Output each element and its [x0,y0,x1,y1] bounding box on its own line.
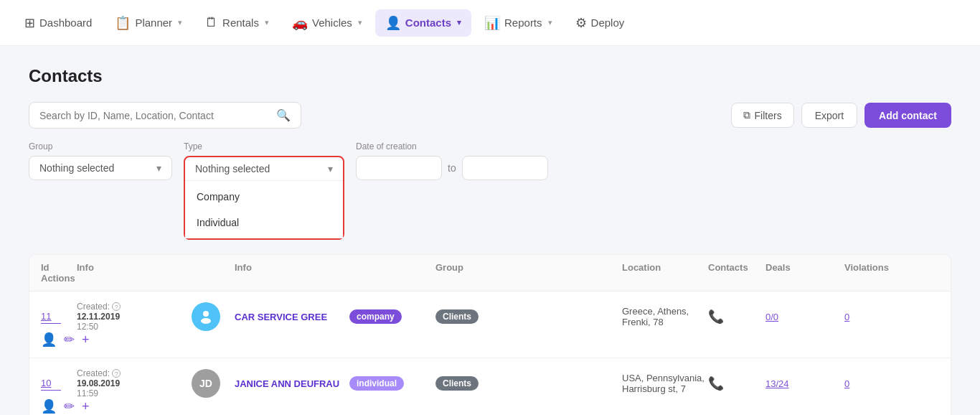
type-dropdown-options: Company Individual [185,181,343,238]
type-badge: company [349,309,402,324]
planner-icon: 📋 [115,15,131,31]
svg-point-0 [203,311,209,317]
contacts-icon: 👤 [385,15,401,31]
chevron-down-icon: ▾ [358,18,362,27]
col-actions: Actions [41,273,77,284]
row-avatar-cell [192,302,235,331]
col-deals: Deals [765,262,844,273]
search-input[interactable] [39,110,276,121]
col-location: Location [622,262,708,273]
type-dropdown[interactable]: Nothing selected ▾ Company Individual [184,156,344,240]
type-filter-label: Type [184,141,344,151]
col-id: Id [41,262,77,273]
navbar: ⊞ Dashboard 📋 Planner ▾ 🗒 Rentals ▾ 🚗 Ve… [0,0,980,46]
row-id[interactable]: 11 [41,310,77,324]
table-header: Id Info Info Group Location Contacts Dea… [29,255,951,292]
nav-deploy[interactable]: ⚙ Deploy [565,9,635,37]
type-option-individual[interactable]: Individual [185,210,343,236]
nav-reports-label: Reports [504,17,542,29]
vehicles-icon: 🚗 [292,15,308,31]
chevron-down-icon: ▾ [548,18,552,27]
deploy-icon: ⚙ [575,15,587,31]
row-type-cell: individual [349,376,435,391]
chevron-down-icon: ▾ [328,163,333,174]
page-content: Contacts 🔍 ⧉ Filters Export Add contact … [0,46,980,415]
created-label: Created: ? [77,302,121,312]
col-contacts: Contacts [708,262,765,273]
contacts-table: Id Info Info Group Location Contacts Dea… [29,254,951,415]
row-actions: 👤 ✏ + [41,332,77,348]
violations-value[interactable]: 0 [844,312,930,322]
chevron-down-icon: ▾ [156,162,161,174]
view-icon[interactable]: 👤 [41,332,57,348]
nav-vehicles[interactable]: 🚗 Vehicles ▾ [282,9,372,37]
add-contact-button[interactable]: Add contact [864,103,951,128]
view-icon[interactable]: 👤 [41,398,57,414]
svg-point-1 [201,318,211,324]
dashboard-icon: ⊞ [24,15,35,31]
nav-planner[interactable]: 📋 Planner ▾ [105,9,192,37]
created-time: 11:59 [77,388,98,398]
row-avatar-cell: JD [192,369,235,398]
chevron-down-icon: ▾ [457,18,461,27]
contact-id[interactable]: 10 [41,378,51,388]
row-group-cell: Clients [435,309,622,324]
top-actions: ⧉ Filters Export Add contact [731,103,951,128]
type-option-company[interactable]: Company [185,184,343,210]
col-type [349,262,435,273]
col-violations: Violations [844,262,930,273]
avatar: JD [192,369,220,398]
nav-contacts[interactable]: 👤 Contacts ▾ [375,9,471,37]
page-title: Contacts [29,66,951,86]
nav-dashboard-label: Dashboard [39,17,92,29]
top-bar: 🔍 ⧉ Filters Export Add contact [29,102,951,129]
nav-rentals[interactable]: 🗒 Rentals ▾ [195,9,279,36]
export-button[interactable]: Export [801,103,857,128]
group-badge: Clients [435,376,479,391]
date-from-input[interactable] [356,156,442,180]
row-location: USA, Pennsylvania, Harrisburg st, 7 [622,373,708,394]
row-name-cell: CAR SERVICE GREE [235,311,349,322]
created-info: Created: ? 19.08.2019 11:59 [77,368,192,398]
search-icon: 🔍 [276,108,291,122]
contact-id[interactable]: 11 [41,311,51,322]
date-to-input[interactable] [462,156,548,180]
created-time: 12:50 [77,322,98,332]
group-select[interactable]: Nothing selected ▾ [29,156,172,180]
row-location: Greece, Athens, Frenki, 78 [622,306,708,327]
type-select-value: Nothing selected [195,163,270,174]
phone-icon: 📞 [708,309,765,325]
deals-value[interactable]: 0/0 [765,312,844,322]
col-avatar [192,262,235,273]
nav-reports[interactable]: 📊 Reports ▾ [474,9,562,37]
nav-deploy-label: Deploy [591,17,625,29]
row-name-cell: JANICE ANN DEUFRAU [235,378,349,389]
group-filter: Group Nothing selected ▾ [29,141,172,180]
nav-vehicles-label: Vehicles [312,17,352,29]
type-badge: individual [349,376,404,391]
row-group-cell: Clients [435,376,622,391]
edit-icon[interactable]: ✏ [64,332,75,348]
add-icon[interactable]: + [82,332,90,348]
nav-dashboard[interactable]: ⊞ Dashboard [14,9,102,37]
add-icon[interactable]: + [82,399,90,414]
row-id[interactable]: 10 [41,377,77,391]
filters-button[interactable]: ⧉ Filters [731,103,794,128]
deals-value[interactable]: 13/24 [765,378,844,389]
date-inputs: to [356,156,548,180]
col-group: Group [435,262,622,273]
edit-icon[interactable]: ✏ [64,398,75,414]
group-select-value: Nothing selected [39,162,114,174]
search-box[interactable]: 🔍 [29,102,301,129]
col-info: Info [77,262,192,273]
rentals-icon: 🗒 [205,15,218,30]
group-badge: Clients [435,309,479,324]
type-select-trigger[interactable]: Nothing selected ▾ [185,157,343,181]
phone-icon: 📞 [708,376,765,391]
contact-name[interactable]: CAR SERVICE GREE [235,312,327,322]
created-info: Created: ? 12.11.2019 12:50 [77,302,192,332]
violations-value[interactable]: 0 [844,378,930,389]
nav-contacts-label: Contacts [405,17,451,29]
contact-name[interactable]: JANICE ANN DEUFRAU [235,378,339,389]
table-row: 11 Created: ? 12.11.2019 12:50 CAR SERVI… [29,292,951,358]
